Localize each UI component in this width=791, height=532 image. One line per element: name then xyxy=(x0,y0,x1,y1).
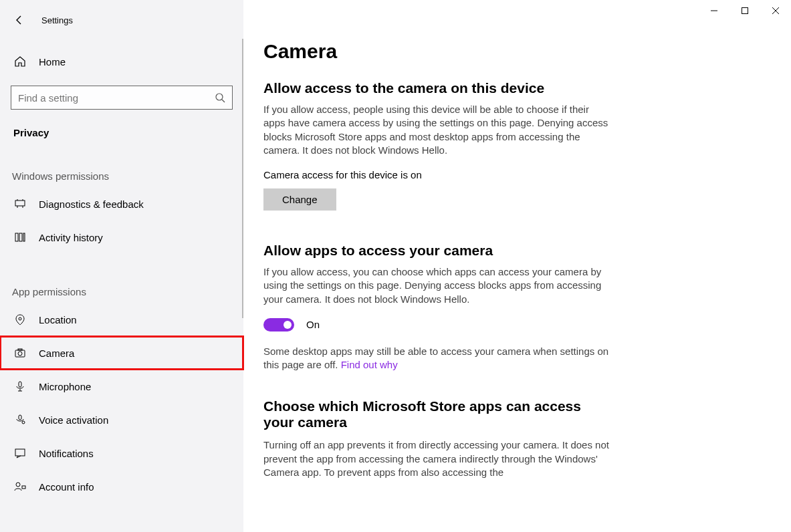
svg-rect-13 xyxy=(15,449,25,456)
svg-point-14 xyxy=(16,483,20,487)
sidebar-item-voice[interactable]: Voice activation xyxy=(0,403,243,436)
minimize-button[interactable] xyxy=(699,0,729,21)
sidebar-item-activity[interactable]: Activity history xyxy=(0,221,243,254)
svg-point-6 xyxy=(19,317,21,320)
svg-rect-10 xyxy=(19,382,21,387)
history-icon xyxy=(13,231,27,243)
svg-point-12 xyxy=(22,421,25,424)
sidebar-item-location[interactable]: Location xyxy=(0,303,243,336)
group-windows-permissions: Windows permissions xyxy=(0,170,243,182)
notifications-icon xyxy=(13,447,27,459)
section2-body: If you allow access, you can choose whic… xyxy=(263,265,611,306)
main-content: Camera Allow access to the camera on thi… xyxy=(243,0,791,532)
sidebar-item-notifications[interactable]: Notifications xyxy=(0,436,243,470)
section3-title: Choose which Microsoft Store apps can ac… xyxy=(263,398,611,430)
home-icon xyxy=(13,55,27,68)
toggle-state-label: On xyxy=(306,319,320,330)
find-out-why-link[interactable]: Find out why xyxy=(341,359,398,370)
back-button[interactable] xyxy=(13,14,25,26)
svg-point-0 xyxy=(216,94,223,100)
search-icon xyxy=(215,92,225,103)
sidebar-item-label: Microphone xyxy=(39,381,91,392)
voice-icon xyxy=(13,414,27,426)
sidebar-item-diagnostics[interactable]: Diagnostics & feedback xyxy=(0,187,243,221)
sidebar-item-camera[interactable]: Camera xyxy=(0,336,243,370)
svg-line-1 xyxy=(222,100,225,102)
section1-title: Allow access to the camera on this devic… xyxy=(263,80,771,96)
sidebar-item-label: Account info xyxy=(39,481,94,493)
sidebar-item-label: Voice activation xyxy=(39,414,108,426)
sidebar-item-label: Camera xyxy=(39,348,74,359)
search-input[interactable] xyxy=(18,92,205,104)
titlebar: Settings xyxy=(0,8,243,32)
svg-rect-15 xyxy=(22,486,25,489)
device-access-status: Camera access for this device is on xyxy=(263,169,771,180)
home-nav[interactable]: Home xyxy=(0,45,243,78)
svg-rect-5 xyxy=(23,233,25,241)
svg-rect-17 xyxy=(742,8,748,14)
window-controls xyxy=(699,0,791,21)
close-button[interactable] xyxy=(760,0,791,21)
svg-rect-2 xyxy=(15,201,25,206)
section2-title: Allow apps to access your camera xyxy=(263,243,771,259)
sidebar-item-microphone[interactable]: Microphone xyxy=(0,370,243,403)
page-title: Camera xyxy=(263,40,771,63)
svg-point-8 xyxy=(18,352,22,356)
apps-access-toggle[interactable] xyxy=(263,318,294,331)
section1-body: If you allow access, people using this d… xyxy=(263,103,611,157)
sidebar-item-label: Activity history xyxy=(39,232,103,243)
sidebar-item-account[interactable]: Account info xyxy=(0,470,243,503)
account-icon xyxy=(13,481,27,493)
svg-rect-4 xyxy=(19,233,22,241)
home-label: Home xyxy=(39,56,66,68)
sidebar-item-label: Diagnostics & feedback xyxy=(39,198,144,210)
privacy-header: Privacy xyxy=(0,127,243,138)
app-title: Settings xyxy=(41,15,73,25)
section2-note: Some desktop apps may still be able to a… xyxy=(263,345,611,372)
sidebar-item-label: Notifications xyxy=(39,448,94,459)
location-icon xyxy=(13,313,27,325)
change-button[interactable]: Change xyxy=(263,188,336,211)
section3-body: Turning off an app prevents it from dire… xyxy=(263,438,611,479)
svg-rect-11 xyxy=(19,415,21,420)
svg-rect-3 xyxy=(15,233,18,241)
search-box[interactable] xyxy=(11,86,233,110)
sidebar-item-label: Location xyxy=(39,314,77,325)
microphone-icon xyxy=(13,380,27,392)
note-text: Some desktop apps may still be able to a… xyxy=(263,346,608,370)
feedback-icon xyxy=(13,198,27,210)
group-app-permissions: App permissions xyxy=(0,286,243,297)
camera-icon xyxy=(13,347,27,359)
maximize-button[interactable] xyxy=(729,0,760,21)
svg-rect-9 xyxy=(18,349,22,350)
sidebar: Settings Home Privacy Windows permission… xyxy=(0,0,243,532)
